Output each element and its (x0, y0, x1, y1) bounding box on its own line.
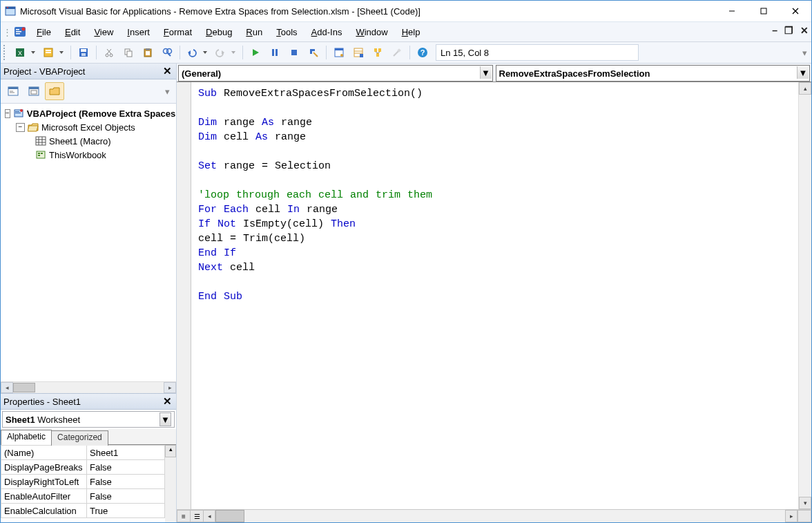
scroll-left-icon[interactable]: ◂ (203, 510, 215, 522)
scroll-up-icon[interactable]: ▴ (799, 82, 811, 95)
properties-grid[interactable]: (Name)Sheet1DisplayPageBreaksFalseDispla… (1, 445, 165, 522)
project-toolbar-overflow[interactable]: ▾ (165, 86, 173, 97)
project-panel-close-button[interactable]: ✕ (161, 65, 173, 77)
menu-run[interactable]: Run (240, 25, 269, 39)
menu-format[interactable]: Format (157, 25, 198, 39)
menu-insert[interactable]: Insert (121, 25, 156, 39)
property-row[interactable]: (Name)Sheet1 (1, 446, 165, 460)
menu-tools[interactable]: Tools (270, 25, 303, 39)
object-combo[interactable]: (General) ▼ (178, 65, 493, 82)
dropdown-arrow-icon[interactable]: ▼ (160, 412, 171, 426)
scroll-right-icon[interactable]: ▸ (785, 510, 798, 522)
dropdown-arrow-icon[interactable]: ▼ (480, 66, 492, 79)
properties-vscroll[interactable]: ▴ (165, 445, 176, 522)
project-explorer-panel: Project - VBAProject ✕ ▾ − VBAProject (R… (1, 64, 176, 393)
tree-folder[interactable]: − Microsoft Excel Objects (2, 120, 175, 134)
svg-rect-75 (41, 153, 43, 154)
break-button[interactable] (266, 44, 284, 61)
code-editor[interactable]: Sub RemoveExtraSpacesFromSelection() Dim… (191, 82, 798, 509)
insert-module-button[interactable] (40, 44, 67, 61)
property-object-selector[interactable]: Sheet1 Worksheet ▼ (2, 411, 175, 428)
save-button[interactable] (75, 44, 93, 61)
property-row[interactable]: EnableAutoFilterFalse (1, 489, 165, 504)
view-excel-button[interactable]: X (12, 44, 39, 61)
tab-alphabetic[interactable]: Alphabetic (1, 430, 52, 445)
procedure-combo[interactable]: RemoveExtraSpacesFromSelection ▼ (496, 65, 811, 82)
svg-marker-34 (253, 49, 259, 56)
reset-button[interactable] (285, 44, 303, 61)
property-row[interactable]: DisplayPageBreaksFalse (1, 460, 165, 475)
design-mode-button[interactable] (304, 44, 322, 61)
svg-text:?: ? (420, 48, 425, 57)
dropdown-arrow-icon[interactable]: ▼ (797, 66, 809, 79)
tree-item-sheet1[interactable]: Sheet1 (Macro) (2, 134, 175, 148)
svg-rect-18 (81, 49, 86, 52)
toolbar-overflow-icon[interactable]: ▾ (800, 44, 809, 61)
project-hscroll[interactable]: ◂ ▸ (1, 381, 176, 393)
svg-rect-65 (15, 111, 19, 112)
project-tree[interactable]: − VBAProject (Remove Extra Spaces from S… (1, 104, 176, 381)
object-browser-button[interactable] (369, 44, 387, 61)
svg-rect-10 (16, 33, 20, 35)
toggle-folders-button[interactable] (45, 82, 64, 100)
mdi-minimize-button[interactable]: – (772, 25, 777, 36)
code-vscroll[interactable]: ▴ ▾ (798, 82, 811, 509)
vbaproject-icon (13, 108, 24, 119)
view-code-button[interactable] (3, 82, 23, 100)
collapse-icon[interactable]: − (5, 109, 10, 118)
svg-rect-49 (378, 48, 381, 52)
worksheet-icon (35, 135, 46, 146)
properties-panel-close-button[interactable]: ✕ (161, 395, 173, 408)
full-module-view-button[interactable]: ☰ (190, 510, 204, 522)
properties-panel-title: Properties - Sheet1 ✕ (1, 394, 176, 410)
mdi-close-button[interactable]: ✕ (800, 25, 809, 36)
menu-file[interactable]: File (30, 25, 57, 39)
toolbox-button[interactable] (388, 44, 406, 61)
menu-window[interactable]: Window (349, 25, 394, 39)
menu-edit[interactable]: Edit (59, 25, 86, 39)
tab-categorized[interactable]: Categorized (51, 430, 108, 446)
menu-debug[interactable]: Debug (200, 25, 238, 39)
scroll-right-icon[interactable]: ▸ (164, 382, 176, 393)
svg-rect-62 (29, 87, 39, 89)
find-button[interactable] (158, 44, 176, 61)
maximize-button[interactable] (748, 1, 780, 21)
undo-button[interactable] (184, 44, 211, 61)
scroll-down-icon[interactable]: ▾ (799, 497, 811, 509)
menu-help[interactable]: Help (396, 25, 427, 39)
scroll-left-icon[interactable]: ◂ (1, 382, 13, 393)
project-explorer-button[interactable] (330, 44, 348, 61)
project-panel-title: Project - VBAProject ✕ (1, 64, 176, 79)
svg-point-31 (167, 49, 172, 54)
properties-window-button[interactable] (349, 44, 367, 61)
minimize-button[interactable] (716, 1, 748, 21)
menu-grip-icon: ⋮ (3, 27, 10, 37)
cut-button[interactable] (100, 44, 118, 61)
folder-open-icon (28, 122, 39, 133)
collapse-icon[interactable]: − (16, 123, 25, 132)
vba-logo-icon (13, 25, 27, 39)
view-object-button[interactable] (24, 82, 44, 100)
close-button[interactable] (780, 1, 811, 21)
help-button[interactable]: ? (414, 44, 432, 61)
svg-rect-36 (276, 49, 278, 56)
tree-root[interactable]: − VBAProject (Remove Extra Spaces from S… (2, 106, 175, 120)
code-hscroll[interactable]: ◂ ▸ (203, 510, 798, 522)
menu-addins[interactable]: Add-Ins (305, 25, 349, 39)
run-button[interactable] (246, 44, 264, 61)
property-tabs: Alphabetic Categorized (1, 429, 176, 445)
svg-point-43 (340, 54, 343, 57)
paste-button[interactable] (139, 44, 157, 61)
mdi-restore-button[interactable]: ❐ (784, 25, 793, 36)
property-row[interactable]: EnableCalculationTrue (1, 504, 165, 518)
procedure-view-button[interactable]: ≡ (177, 510, 191, 522)
menu-view[interactable]: View (88, 25, 119, 39)
code-margin[interactable] (177, 82, 191, 509)
tree-item-thisworkbook[interactable]: ThisWorkbook (2, 148, 175, 162)
svg-rect-68 (36, 137, 46, 145)
property-row[interactable]: DisplayRightToLeftFalse (1, 475, 165, 489)
copy-button[interactable] (119, 44, 137, 61)
svg-rect-35 (272, 49, 274, 56)
redo-button[interactable] (212, 44, 239, 61)
svg-rect-19 (81, 53, 86, 56)
